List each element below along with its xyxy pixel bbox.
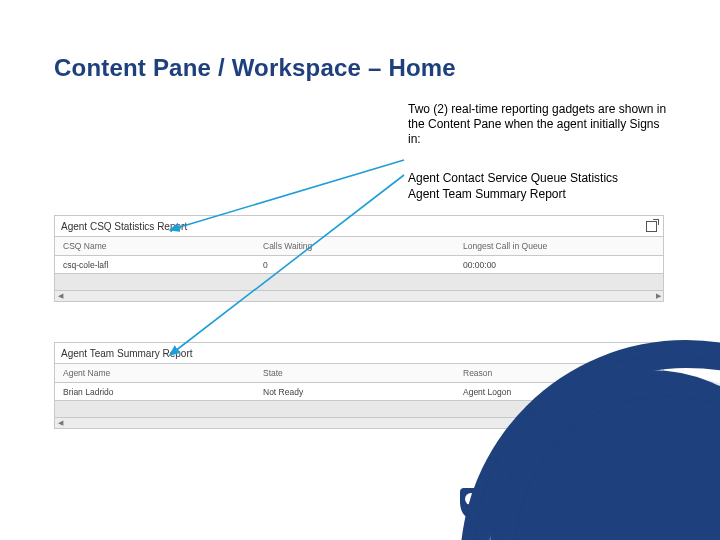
table-row: csq-cole-lafl 0 00:00:00	[54, 256, 664, 274]
table-header-row: Agent Name State Reason	[54, 364, 664, 383]
cell-state: Not Ready	[255, 387, 455, 397]
table-header-row: CSQ Name Calls Waiting Longest Call in Q…	[54, 237, 664, 256]
gadget-title: Agent Team Summary Report	[61, 348, 193, 359]
bullet-item-2: Agent Team Summary Report	[408, 186, 668, 202]
col-header: Longest Call in Queue	[455, 241, 663, 251]
description-text: Two (2) real-time reporting gadgets are …	[408, 102, 668, 147]
popout-icon[interactable]	[646, 221, 657, 232]
cell-longest-call: 00:00:00	[455, 260, 663, 270]
col-header: Agent Name	[55, 368, 255, 378]
empty-row	[54, 274, 664, 291]
gadget-header-row: Agent CSQ Statistics Report	[54, 215, 664, 237]
shield-icon	[460, 488, 486, 518]
col-header: CSQ Name	[55, 241, 255, 251]
cell-calls-waiting: 0	[255, 260, 455, 270]
scroll-left-icon[interactable]: ◀	[55, 418, 65, 428]
csq-statistics-gadget: Agent CSQ Statistics Report CSQ Name Cal…	[54, 215, 664, 320]
col-header: Calls Waiting	[255, 241, 455, 251]
popout-icon[interactable]	[646, 348, 657, 359]
horizontal-scrollbar[interactable]: ◀ ▶	[54, 291, 664, 302]
cell-agent-name: Brian Ladrido	[55, 387, 255, 397]
slide-title: Content Pane / Workspace – Home	[54, 54, 456, 82]
scroll-right-icon[interactable]: ▶	[653, 291, 663, 301]
scroll-left-icon[interactable]: ◀	[55, 291, 65, 301]
bullet-item-1: Agent Contact Service Queue Statistics	[408, 170, 668, 186]
col-header: State	[255, 368, 455, 378]
gadget-header-row: Agent Team Summary Report	[54, 342, 664, 364]
cell-csq-name: csq-cole-lafl	[55, 260, 255, 270]
bullet-list: Agent Contact Service Queue Statistics A…	[408, 170, 668, 202]
slide: Content Pane / Workspace – Home Two (2) …	[0, 0, 720, 540]
gadget-title: Agent CSQ Statistics Report	[61, 221, 187, 232]
